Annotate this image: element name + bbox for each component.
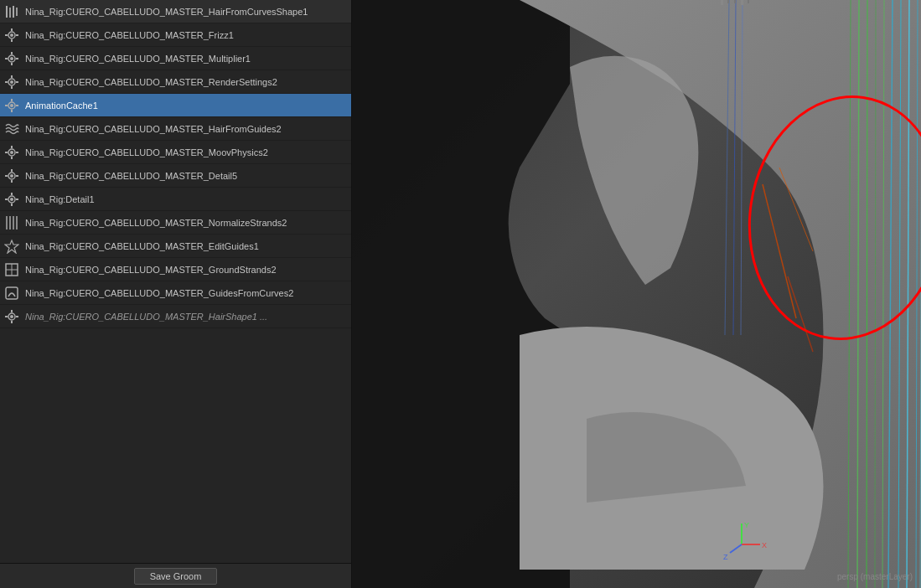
node-item-2[interactable]: Nina_Rig:CUERO_CABELLUDO_MASTER_Multipli…	[0, 47, 351, 70]
node-icon-gear	[3, 27, 20, 44]
node-label-4: AnimationCache1	[25, 101, 98, 111]
svg-rect-27	[16, 105, 18, 106]
left-panel: Nina_Rig:CUERO_CABELLUDO_MASTER_HairFrom…	[0, 0, 352, 588]
node-label-5: Nina_Rig:CUERO_CABELLUDO_MASTER_HairFrom…	[25, 124, 282, 134]
svg-point-56	[10, 315, 13, 318]
node-item-13[interactable]: Nina_Rig:CUERO_CABELLUDO_MASTER_HairShap…	[0, 305, 351, 328]
svg-rect-14	[5, 58, 8, 59]
svg-rect-6	[11, 28, 13, 31]
svg-rect-33	[16, 152, 18, 153]
node-label-9: Nina_Rig:CUERO_CABELLUDO_MASTER_Normaliz…	[25, 218, 287, 228]
svg-rect-26	[5, 105, 8, 106]
node-icon-gear	[3, 97, 20, 114]
svg-rect-140	[721, 0, 723, 5]
svg-rect-13	[11, 63, 13, 65]
node-label-12: Nina_Rig:CUERO_CABELLUDO_MASTER_GuidesFr…	[25, 288, 293, 298]
svg-rect-19	[11, 86, 13, 89]
viewport-canvas: Y X Z	[352, 0, 921, 588]
node-item-9[interactable]: Nina_Rig:CUERO_CABELLUDO_MASTER_Normaliz…	[0, 211, 351, 235]
node-list[interactable]: Nina_Rig:CUERO_CABELLUDO_MASTER_HairFrom…	[0, 0, 351, 563]
node-label-11: Nina_Rig:CUERO_CABELLUDO_MASTER_GroundSt…	[25, 265, 277, 275]
node-item-5[interactable]: Nina_Rig:CUERO_CABELLUDO_MASTER_HairFrom…	[0, 117, 351, 141]
save-bar: Save Groom	[0, 563, 351, 588]
viewport[interactable]: Y X Z	[352, 0, 921, 588]
svg-rect-59	[5, 316, 8, 317]
svg-rect-38	[5, 175, 8, 177]
save-groom-button[interactable]: Save Groom	[134, 568, 218, 585]
svg-rect-141	[727, 0, 729, 3]
node-label-0: Nina_Rig:CUERO_CABELLUDO_MASTER_HairFrom…	[25, 7, 308, 17]
node-item-10[interactable]: Nina_Rig:CUERO_CABELLUDO_MASTER_EditGuid…	[0, 235, 351, 258]
svg-rect-0	[6, 6, 8, 18]
svg-rect-25	[11, 110, 13, 112]
node-icon-wavy	[3, 121, 20, 137]
svg-rect-60	[16, 316, 18, 317]
svg-rect-144	[748, 0, 749, 3]
svg-rect-7	[11, 39, 13, 42]
svg-rect-12	[11, 52, 13, 54]
node-label-10: Nina_Rig:CUERO_CABELLUDO_MASTER_EditGuid…	[25, 241, 259, 251]
node-label-8: Nina_Rig:Detail1	[25, 194, 95, 204]
svg-rect-45	[16, 199, 18, 200]
svg-rect-36	[11, 169, 13, 172]
node-item-3[interactable]: Nina_Rig:CUERO_CABELLUDO_MASTER_RenderSe…	[0, 70, 351, 94]
svg-rect-3	[16, 8, 18, 16]
svg-point-35	[10, 174, 13, 178]
svg-rect-30	[11, 146, 13, 148]
node-icon-gear	[3, 191, 20, 208]
svg-point-17	[10, 80, 13, 84]
svg-rect-42	[11, 193, 13, 195]
svg-rect-57	[11, 310, 13, 312]
viewport-info: persp (masterLayer)	[837, 572, 913, 581]
node-icon-gear	[3, 144, 20, 161]
node-icon-ground	[3, 261, 20, 278]
svg-rect-32	[5, 152, 8, 153]
svg-rect-37	[11, 180, 13, 183]
node-item-6[interactable]: Nina_Rig:CUERO_CABELLUDO_MASTER_MoovPhys…	[0, 141, 351, 164]
svg-rect-1	[9, 8, 11, 18]
node-label-3: Nina_Rig:CUERO_CABELLUDO_MASTER_RenderSe…	[25, 77, 277, 87]
svg-rect-9	[16, 34, 18, 36]
svg-point-29	[10, 151, 13, 154]
node-label-1: Nina_Rig:CUERO_CABELLUDO_MASTER_Frizz1	[25, 30, 234, 40]
svg-point-5	[10, 34, 13, 37]
node-icon-strands	[3, 214, 20, 231]
svg-rect-142	[734, 0, 736, 3]
node-icon-gear	[3, 308, 20, 325]
svg-rect-20	[5, 81, 8, 83]
node-icon-gear	[3, 50, 20, 67]
svg-rect-15	[16, 58, 18, 59]
node-icon-gear	[3, 168, 20, 184]
node-item-1[interactable]: Nina_Rig:CUERO_CABELLUDO_MASTER_Frizz1	[0, 23, 351, 47]
node-item-4[interactable]: AnimationCache1	[0, 94, 351, 117]
svg-rect-2	[13, 6, 14, 18]
svg-rect-58	[11, 321, 13, 323]
node-icon-guide	[3, 238, 20, 255]
svg-rect-143	[741, 0, 743, 5]
node-item-7[interactable]: Nina_Rig:CUERO_CABELLUDO_MASTER_Detail5	[0, 164, 351, 188]
svg-rect-43	[11, 204, 13, 206]
node-icon-vlines	[3, 3, 20, 20]
svg-text:Y: Y	[744, 521, 749, 529]
svg-text:Z: Z	[723, 553, 728, 561]
node-item-8[interactable]: Nina_Rig:Detail1	[0, 188, 351, 211]
node-label-7: Nina_Rig:CUERO_CABELLUDO_MASTER_Detail5	[25, 171, 237, 181]
svg-rect-39	[16, 175, 18, 177]
svg-rect-24	[11, 99, 13, 101]
svg-rect-8	[5, 34, 8, 36]
scene-svg: Y X Z	[352, 0, 921, 588]
node-label-6: Nina_Rig:CUERO_CABELLUDO_MASTER_MoovPhys…	[25, 147, 268, 157]
node-label-2: Nina_Rig:CUERO_CABELLUDO_MASTER_Multipli…	[25, 54, 251, 64]
node-item-0[interactable]: Nina_Rig:CUERO_CABELLUDO_MASTER_HairFrom…	[0, 0, 351, 23]
node-label-13: Nina_Rig:CUERO_CABELLUDO_MASTER_HairShap…	[25, 312, 267, 322]
svg-text:X: X	[762, 541, 767, 549]
node-item-11[interactable]: Nina_Rig:CUERO_CABELLUDO_MASTER_GroundSt…	[0, 258, 351, 281]
svg-rect-44	[5, 199, 8, 200]
node-item-12[interactable]: Nina_Rig:CUERO_CABELLUDO_MASTER_GuidesFr…	[0, 281, 351, 305]
svg-marker-50	[5, 240, 18, 253]
svg-rect-31	[11, 157, 13, 159]
node-icon-gear	[3, 74, 20, 90]
main-layout: Nina_Rig:CUERO_CABELLUDO_MASTER_HairFrom…	[0, 0, 921, 588]
svg-point-23	[10, 104, 13, 107]
node-icon-curves	[3, 285, 20, 302]
